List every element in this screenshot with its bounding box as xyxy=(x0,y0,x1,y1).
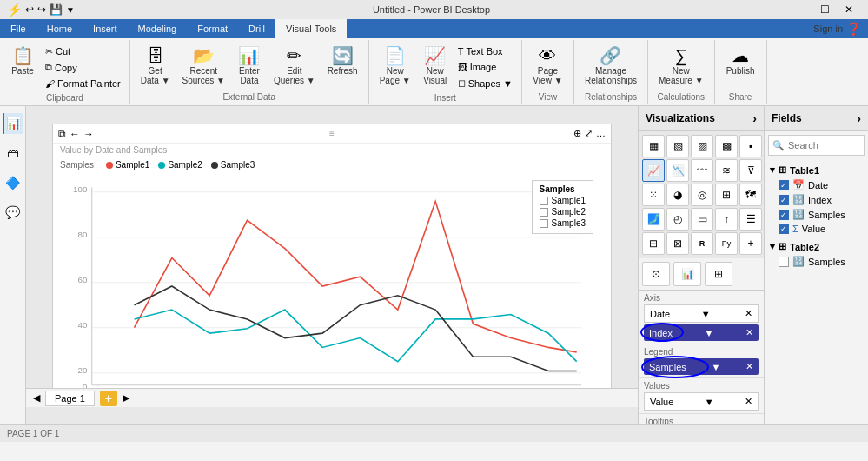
index-checkbox[interactable]: ✓ xyxy=(779,195,789,205)
axis-index-field[interactable]: Index ▼ ✕ xyxy=(644,324,759,341)
tab-file[interactable]: File xyxy=(0,19,36,38)
viz-fields-icon[interactable]: ⊞ xyxy=(705,262,732,286)
help-icon[interactable]: ❓ xyxy=(846,22,861,36)
viz-stacked-bar[interactable]: ▦ xyxy=(642,135,665,157)
new-measure-button[interactable]: ∑ NewMeasure ▼ xyxy=(653,43,709,89)
field-index[interactable]: ✓ 🔢 Index xyxy=(768,192,865,207)
new-page-button[interactable]: 📄 NewPage ▼ xyxy=(374,43,416,89)
viz-map[interactable]: 🗺 xyxy=(739,184,762,206)
new-visual-button[interactable]: 📈 NewVisual xyxy=(418,43,453,89)
viz-kpi[interactable]: ↑ xyxy=(715,208,738,230)
viz-donut[interactable]: ◎ xyxy=(691,184,713,206)
sample3-checkbox[interactable] xyxy=(540,219,548,228)
sample1-checkbox[interactable] xyxy=(540,197,548,205)
value-field[interactable]: Value ▼ ✕ xyxy=(644,392,759,411)
field-samples[interactable]: ✓ 🔢 Samples xyxy=(768,207,865,222)
publish-button[interactable]: ☁ Publish xyxy=(721,43,760,79)
chart-more-icon[interactable]: … xyxy=(596,128,606,139)
value-remove-icon[interactable]: ✕ xyxy=(745,396,752,407)
tab-insert[interactable]: Insert xyxy=(83,19,128,38)
viz-gauge[interactable]: ◴ xyxy=(666,208,689,230)
shapes-button[interactable]: ◻ Shapes ▼ xyxy=(454,76,516,90)
viz-matrix[interactable]: ⊠ xyxy=(666,232,689,255)
axis-date-field[interactable]: Date ▼ ✕ xyxy=(644,304,759,323)
tab-format[interactable]: Format xyxy=(187,19,238,38)
field-table2-samples[interactable]: 🔢 Samples xyxy=(768,254,865,269)
tab-modeling[interactable]: Modeling xyxy=(128,19,188,38)
date-checkbox[interactable]: ✓ xyxy=(779,180,789,190)
qa-icon[interactable]: 💬 xyxy=(3,202,23,223)
signin-link[interactable]: Sign in xyxy=(813,23,843,34)
viz-custom[interactable]: + xyxy=(739,232,762,255)
back-icon[interactable]: ← xyxy=(70,128,80,140)
edit-queries-button[interactable]: ✏ EditQueries ▼ xyxy=(268,43,321,89)
quick-access-dropdown[interactable]: ▼ xyxy=(66,5,75,15)
paste-button[interactable]: 📋 Paste xyxy=(5,43,40,79)
recent-sources-button[interactable]: 📂 RecentSources ▼ xyxy=(177,43,230,89)
legend-field[interactable]: Samples ▼ ✕ xyxy=(644,358,759,375)
viz-slicer[interactable]: ☰ xyxy=(739,208,762,230)
minimize-btn[interactable]: ─ xyxy=(788,0,812,19)
samples-checkbox-t1[interactable]: ✓ xyxy=(779,210,789,220)
forward-icon[interactable]: → xyxy=(83,128,94,140)
close-btn[interactable]: ✕ xyxy=(837,0,861,19)
viz-card[interactable]: ▭ xyxy=(691,208,713,230)
copy-button[interactable]: ⧉ Copy xyxy=(42,60,124,75)
report-view-icon[interactable]: 📊 xyxy=(3,113,23,134)
viz-scatter[interactable]: ⁙ xyxy=(642,184,665,206)
viz-area-chart[interactable]: 📉 xyxy=(666,159,689,182)
get-data-button[interactable]: 🗄 GetData ▼ xyxy=(136,43,176,89)
page-tab-1[interactable]: Page 1 xyxy=(45,391,95,406)
axis-remove-icon[interactable]: ✕ xyxy=(745,308,752,319)
quick-access-undo[interactable]: ↩ xyxy=(25,3,34,16)
viz-waterfall[interactable]: ≋ xyxy=(715,159,738,182)
legend-remove-icon[interactable]: ✕ xyxy=(745,361,753,372)
quick-access-redo[interactable]: ↪ xyxy=(37,3,46,16)
viz-stacked-bar2[interactable]: ▨ xyxy=(691,135,713,157)
table2-samples-checkbox[interactable] xyxy=(779,257,789,267)
refresh-button[interactable]: 🔄 Refresh xyxy=(322,43,363,79)
chart-fullscreen-icon[interactable]: ⤢ xyxy=(585,128,593,139)
viz-clustered-bar[interactable]: ▧ xyxy=(666,135,689,157)
enter-data-button[interactable]: 📊 EnterData xyxy=(232,43,267,89)
model-view-icon[interactable]: 🔷 xyxy=(3,172,23,193)
field-value[interactable]: ✓ Σ Value xyxy=(768,222,865,236)
value-checkbox[interactable]: ✓ xyxy=(779,224,789,234)
chart-expand-icon[interactable]: ⊕ xyxy=(573,128,581,139)
data-view-icon[interactable]: 🗃 xyxy=(3,143,23,164)
viz-table[interactable]: ⊟ xyxy=(642,232,665,255)
sample2-checkbox[interactable] xyxy=(540,208,548,217)
viz-pie[interactable]: ◕ xyxy=(666,184,689,206)
viz-expand-btn[interactable]: › xyxy=(752,111,757,125)
tab-drill[interactable]: Drill xyxy=(238,19,275,38)
viz-treemap[interactable]: ⊞ xyxy=(715,184,738,206)
field-date[interactable]: ✓ 📅 Date xyxy=(768,177,865,192)
page-nav-left[interactable]: ◀ xyxy=(33,392,40,404)
fields-search-input[interactable] xyxy=(788,140,860,150)
expand-icon[interactable]: ⧉ xyxy=(58,128,66,140)
viz-clustered-col[interactable]: ▩ xyxy=(715,135,738,157)
page-view-button[interactable]: 👁 PageView ▼ xyxy=(527,43,567,89)
viz-r[interactable]: R xyxy=(691,232,713,255)
text-box-button[interactable]: T Text Box xyxy=(454,44,516,58)
fields-expand-btn[interactable]: › xyxy=(857,111,861,125)
table2-header[interactable]: ▾ ⊞ Table2 xyxy=(768,239,865,254)
viz-filled-map[interactable]: 🗾 xyxy=(642,208,665,230)
image-button[interactable]: 🖼 Image xyxy=(454,60,516,74)
page-nav-right[interactable]: ▶ xyxy=(123,392,129,404)
viz-line-chart[interactable]: 📈 xyxy=(642,159,665,182)
viz-bar100[interactable]: ▪ xyxy=(739,135,762,157)
format-painter-button[interactable]: 🖌 Format Painter xyxy=(42,77,124,90)
viz-python[interactable]: Py xyxy=(715,232,738,255)
viz-funnel[interactable]: ⊽ xyxy=(739,159,762,182)
table1-header[interactable]: ▾ ⊞ Table1 xyxy=(768,163,865,177)
axis-index-remove[interactable]: ✕ xyxy=(745,327,753,338)
tab-visual-tools[interactable]: Visual Tools xyxy=(275,19,347,38)
quick-access-save[interactable]: 💾 xyxy=(50,3,63,16)
viz-analytics-icon[interactable]: 📊 xyxy=(673,262,701,286)
fields-search-box[interactable]: 🔍 xyxy=(768,135,865,156)
restore-btn[interactable]: ☐ xyxy=(812,0,837,19)
cut-button[interactable]: ✂ Cut xyxy=(42,44,124,59)
manage-relationships-button[interactable]: 🔗 ManageRelationships xyxy=(580,43,642,89)
viz-ribbon[interactable]: 〰 xyxy=(691,159,713,182)
